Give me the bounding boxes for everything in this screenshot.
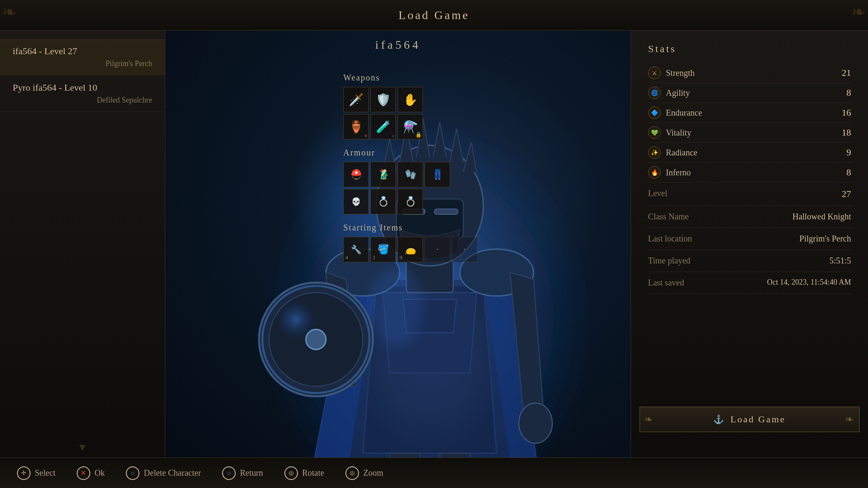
stat-row-strength: ⚔ Strength 21 xyxy=(648,63,851,83)
delete-btn-icon: ○ xyxy=(126,466,139,480)
endurance-label: Endurance xyxy=(666,108,702,118)
ring-slot-1[interactable]: 💀 xyxy=(343,189,369,214)
save-slot-1-name: ifa564 - Level 27 xyxy=(13,46,152,57)
action-rotate[interactable]: ◎ Rotate xyxy=(284,466,324,480)
bottom-bar: ✛ Select ✕ Ok ○ Delete Character ○ Retur… xyxy=(0,458,868,488)
stat-agility-left: 🌀 Agility xyxy=(648,86,690,99)
weapons-section: Weapons 🗡️ 🛡️ ✋ 🏺 ✕ 🧪 ○ ⚗️ 🔒 xyxy=(343,73,470,139)
strength-icon: ⚔ xyxy=(648,67,661,79)
save-slot-2-location: Defiled Sepulchre xyxy=(13,96,152,105)
load-btn-icon: ⚓ xyxy=(713,414,725,424)
ok-label: Ok xyxy=(95,468,105,478)
panel-ornament-bottom: ▼ xyxy=(78,442,88,453)
page-title: Load Game xyxy=(398,8,469,22)
slot-lock-mark: 🔒 xyxy=(415,132,422,138)
time-played-value: 5:51:5 xyxy=(829,256,851,266)
level-value: 27 xyxy=(842,189,851,200)
corner-ornament-tr: ❧ xyxy=(851,2,866,22)
action-delete[interactable]: ○ Delete Character xyxy=(126,466,201,480)
consumable-slot-3[interactable]: ⚗️ 🔒 xyxy=(398,114,423,139)
zoom-label: Zoom xyxy=(363,468,384,478)
consumable-slot-1[interactable]: 🏺 ✕ xyxy=(343,114,369,139)
stat-row-endurance: 🔷 Endurance 16 xyxy=(648,103,851,123)
return-label: Return xyxy=(240,468,263,478)
action-ok[interactable]: ✕ Ok xyxy=(77,466,105,480)
item-slot-4[interactable]: · xyxy=(425,237,450,262)
ok-btn-icon: ✕ xyxy=(77,466,90,480)
level-label: Level xyxy=(648,189,668,200)
class-name-value: Hallowed Knight xyxy=(793,212,851,222)
weapons-label: Weapons xyxy=(343,73,470,83)
item-slot-2[interactable]: 🪣 2 xyxy=(370,237,396,262)
inferno-label: Inferno xyxy=(666,168,691,177)
agility-label: Agility xyxy=(666,88,690,98)
radiance-value: 9 xyxy=(846,147,851,158)
starting-items-section: Starting Items 🔧 4 🪣 2 👝 9 · · xyxy=(343,223,470,262)
save-slot-1[interactable]: ifa564 - Level 27 Pilgrim's Perch xyxy=(0,39,165,75)
radiance-icon: ✨ xyxy=(648,146,661,159)
inferno-icon: 🔥 xyxy=(648,166,661,179)
stat-row-agility: 🌀 Agility 8 xyxy=(648,83,851,103)
armour-section: Armour ⛑️ 🥻 🧤 👖 💀 💍 💍 xyxy=(343,148,470,214)
character-display: ifa564 xyxy=(165,30,631,458)
ring-slot-2[interactable]: 💍 xyxy=(370,189,396,214)
last-saved-value: Oct 14, 2023, 11:54:40 AM xyxy=(767,278,851,287)
vitality-label: Vitality xyxy=(666,128,691,138)
return-btn-icon: ○ xyxy=(222,466,236,480)
stat-radiance-left: ✨ Radiance xyxy=(648,146,697,159)
weapon-slot-3[interactable]: ✋ xyxy=(398,87,423,112)
load-btn-ornament-right: ❧ xyxy=(845,413,855,425)
vitality-icon: 💚 xyxy=(648,126,661,139)
weapons-row2: 🏺 ✕ 🧪 ○ ⚗️ 🔒 xyxy=(343,114,470,139)
stats-panel: Stats ⚔ Strength 21 🌀 Agility 8 🔷 Endura… xyxy=(631,30,868,458)
slot-x-mark: ✕ xyxy=(364,133,367,138)
load-game-button[interactable]: ❧ ⚓ Load Game ❧ xyxy=(640,407,860,432)
inferno-value: 8 xyxy=(846,167,851,178)
item-count-2: 2 xyxy=(373,255,375,261)
armour-row2: 💀 💍 💍 xyxy=(343,189,470,214)
weapon-slot-1[interactable]: 🗡️ xyxy=(343,87,369,112)
ring-slot-3[interactable]: 💍 xyxy=(398,189,423,214)
armour-slot-hands[interactable]: 🧤 xyxy=(398,162,423,187)
item-slot-5[interactable]: · xyxy=(452,237,477,262)
top-bar: ❧ ❧ Load Game xyxy=(0,0,868,30)
select-label: Select xyxy=(35,468,56,478)
item-count-1: 4 xyxy=(345,255,348,261)
armour-slot-chest[interactable]: 🥻 xyxy=(370,162,396,187)
rotate-btn-icon: ◎ xyxy=(284,466,298,480)
armour-slot-legs[interactable]: 👖 xyxy=(425,162,450,187)
action-return[interactable]: ○ Return xyxy=(222,466,263,480)
item-count-3: 9 xyxy=(400,255,402,261)
save-slots-panel: ifa564 - Level 27 Pilgrim's Perch Pyro i… xyxy=(0,30,165,458)
action-zoom[interactable]: ◎ Zoom xyxy=(345,466,384,480)
last-location-value: Pilgrim's Perch xyxy=(799,234,851,244)
armour-row1: ⛑️ 🥻 🧤 👖 xyxy=(343,162,470,187)
svg-point-13 xyxy=(519,403,552,444)
stat-inferno-left: 🔥 Inferno xyxy=(648,166,691,179)
slot-o-mark: ○ xyxy=(392,133,395,138)
stat-row-radiance: ✨ Radiance 9 xyxy=(648,143,851,163)
stat-endurance-left: 🔷 Endurance xyxy=(648,106,702,119)
class-name-label: Class Name xyxy=(648,212,689,222)
agility-icon: 🌀 xyxy=(648,86,661,99)
time-played-label: Time played xyxy=(648,256,690,266)
stat-row-inferno: 🔥 Inferno 8 xyxy=(648,163,851,183)
select-btn-icon: ✛ xyxy=(17,466,31,480)
armour-slot-helm[interactable]: ⛑️ xyxy=(343,162,369,187)
vitality-value: 18 xyxy=(842,127,851,138)
endurance-icon: 🔷 xyxy=(648,106,661,119)
action-select[interactable]: ✛ Select xyxy=(17,466,56,480)
equipment-panel: Weapons 🗡️ 🛡️ ✋ 🏺 ✕ 🧪 ○ ⚗️ 🔒 xyxy=(343,73,470,271)
last-saved-row: Last saved Oct 14, 2023, 11:54:40 AM xyxy=(648,272,851,294)
time-played-row: Time played 5:51:5 xyxy=(648,250,851,272)
weapon-slot-2[interactable]: 🛡️ xyxy=(370,87,396,112)
stats-title: Stats xyxy=(648,43,851,55)
class-name-row: Class Name Hallowed Knight xyxy=(648,206,851,228)
stat-vitality-left: 💚 Vitality xyxy=(648,126,691,139)
save-slot-2[interactable]: Pyro ifa564 - Level 10 Defiled Sepulchre xyxy=(0,75,165,112)
strength-label: Strength xyxy=(666,68,695,78)
item-slot-3[interactable]: 👝 9 xyxy=(398,237,423,262)
item-slot-1[interactable]: 🔧 4 xyxy=(343,237,369,262)
strength-value: 21 xyxy=(842,67,851,78)
consumable-slot-2[interactable]: 🧪 ○ xyxy=(370,114,396,139)
